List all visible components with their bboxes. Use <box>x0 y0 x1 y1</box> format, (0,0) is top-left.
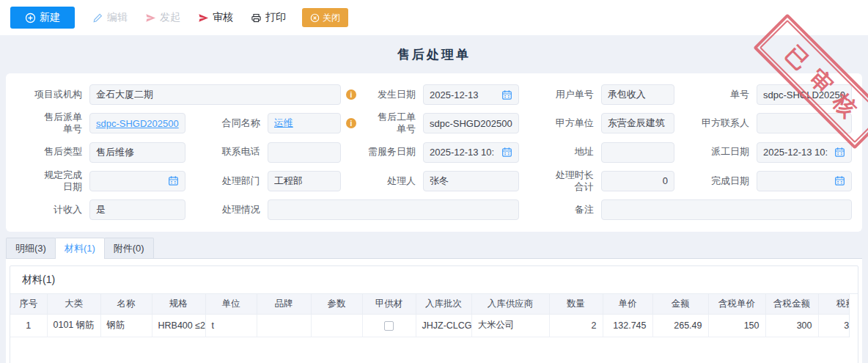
finish-date-label: 完成日期 <box>680 175 751 187</box>
col-header-qty: 数量 <box>549 294 603 314</box>
occur-date-input[interactable]: 2025-12-13 <box>423 84 519 105</box>
user-order-no-input[interactable]: 承包收入 <box>601 84 674 105</box>
handle-situation-field[interactable] <box>268 199 519 220</box>
audit-button[interactable]: 审核 <box>198 11 233 24</box>
need-service-date-label: 需服务日期 <box>347 146 417 158</box>
phone-input[interactable] <box>268 142 341 163</box>
calendar-icon[interactable] <box>501 147 512 158</box>
doc-no-input[interactable]: sdpc-SHCLD20250 <box>757 84 852 105</box>
cell-tax: 34.51 <box>818 314 850 337</box>
cell-inbound-batch: JHJZ-CLCG <box>416 314 471 337</box>
required-finish-date-field[interactable] <box>89 169 185 194</box>
contract-name-field[interactable]: 运维 i <box>268 111 341 136</box>
dispatch-date-field[interactable]: 2025-12-13 10: <box>757 142 852 163</box>
printer-icon <box>251 12 262 23</box>
duration-total-label: 处理时长 合计 <box>525 169 595 194</box>
duration-total-field[interactable]: 0 <box>601 169 674 194</box>
material-section-title: 材料(1) <box>10 266 858 293</box>
detail-tabs: 明细(3) 材料(1) 附件(0) <box>6 238 862 259</box>
count-income-input[interactable]: 是 <box>89 199 185 220</box>
remark-input[interactable] <box>601 199 852 220</box>
plus-circle-icon <box>25 12 36 23</box>
remark-field[interactable] <box>601 199 852 220</box>
new-button-label: 新建 <box>40 11 60 24</box>
print-button-label: 打印 <box>265 11 286 24</box>
project-input[interactable]: 金石大厦二期 <box>89 84 341 105</box>
work-order-no-field[interactable]: sdpc-SHGD202500 <box>423 111 519 136</box>
project-field[interactable]: 金石大厦二期 i <box>89 84 341 105</box>
tab-detail[interactable]: 明细(3) <box>6 238 56 258</box>
address-field[interactable] <box>601 142 674 163</box>
service-type-input[interactable]: 售后维修 <box>89 142 185 163</box>
occur-date-field[interactable]: 2025-12-13 <box>423 84 519 105</box>
initiate-button[interactable]: 发起 <box>145 11 180 24</box>
table-row[interactable]: 1 0101 钢筋 钢筋 HRB400 ≤2 t JHJZ-CLCG 大米公司 … <box>10 314 850 337</box>
finish-date-field[interactable] <box>757 169 852 194</box>
calendar-icon[interactable] <box>834 147 845 158</box>
required-finish-date-label: 规定完成 日期 <box>16 169 84 194</box>
print-button[interactable]: 打印 <box>251 11 286 24</box>
calendar-icon[interactable] <box>168 175 179 186</box>
material-tab-panel: 材料(1) 序号 大类 名称 规格 <box>6 259 862 363</box>
col-header-brand: 品牌 <box>257 294 311 314</box>
tab-attachment[interactable]: 附件(0) <box>104 238 154 258</box>
count-income-label: 计收入 <box>16 204 84 216</box>
count-income-field[interactable]: 是 <box>89 199 185 220</box>
party-a-contact-field[interactable] <box>757 111 852 136</box>
party-a-contact-label: 甲方联系人 <box>680 117 751 129</box>
doc-no-label: 单号 <box>680 89 751 100</box>
dispatch-order-no-field[interactable]: sdpc-SHGD202500 <box>89 111 185 136</box>
initiate-button-label: 发起 <box>160 11 180 24</box>
col-header-name: 名称 <box>100 294 152 314</box>
handler-field[interactable]: 张冬 <box>423 169 519 194</box>
handle-situation-input[interactable] <box>268 199 519 220</box>
work-order-no-input[interactable]: sdpc-SHGD202500 <box>423 113 519 133</box>
edit-button[interactable]: 编辑 <box>92 11 128 24</box>
party-a-unit-field[interactable]: 东营金辰建筑 <box>601 111 674 136</box>
address-input[interactable] <box>601 142 674 163</box>
service-type-field[interactable]: 售后维修 <box>89 142 185 163</box>
phone-label: 联系电话 <box>191 146 262 158</box>
handle-dept-field[interactable]: 工程部 <box>268 169 341 194</box>
cell-spec: HRB400 ≤2 <box>152 314 205 337</box>
user-order-no-field[interactable]: 承包收入 <box>601 84 674 105</box>
cell-price: 132.745 <box>603 314 652 337</box>
cell-param <box>311 314 362 337</box>
dispatch-order-no-link[interactable]: sdpc-SHGD202500 <box>96 118 179 129</box>
paper-plane-icon <box>198 12 209 23</box>
col-header-price: 单价 <box>603 294 652 314</box>
col-header-inbound-batch: 入库批次 <box>416 294 471 314</box>
order-form-card: 项目或机构 金石大厦二期 i 发生日期 2025-12-13 用户单号 承包收入… <box>6 73 862 232</box>
material-table-scroll[interactable]: 序号 大类 名称 规格 单位 品牌 参数 甲供材 入库批次 入库供应商 数量 单… <box>10 294 850 337</box>
party-a-unit-input[interactable]: 东营金辰建筑 <box>601 113 674 133</box>
finish-date-input[interactable] <box>757 171 852 191</box>
col-header-tax: 税额 <box>818 294 850 314</box>
doc-no-field[interactable]: sdpc-SHCLD20250 <box>757 84 852 105</box>
contract-name-input[interactable]: 运维 <box>268 113 341 133</box>
new-button[interactable]: 新建 <box>10 7 75 29</box>
dispatch-date-label: 派工日期 <box>680 146 751 158</box>
tab-material[interactable]: 材料(1) <box>55 238 105 258</box>
need-service-date-input[interactable]: 2025-12-13 10: <box>423 142 519 163</box>
x-circle-icon <box>310 13 320 23</box>
required-finish-date-input[interactable] <box>89 171 185 191</box>
col-header-a-supplied: 甲供材 <box>362 294 416 314</box>
cell-brand <box>257 314 311 337</box>
dispatch-order-no-input[interactable]: sdpc-SHGD202500 <box>89 113 185 133</box>
need-service-date-field[interactable]: 2025-12-13 10: <box>423 142 519 163</box>
toolbar: 新建 编辑 发起 审核 打印 关闭 <box>0 0 868 35</box>
duration-total-input[interactable]: 0 <box>601 171 674 191</box>
col-header-inbound-supplier: 入库供应商 <box>471 294 549 314</box>
phone-field[interactable] <box>268 142 341 163</box>
a-supplied-checkbox[interactable] <box>384 321 394 331</box>
calendar-icon[interactable] <box>501 89 512 100</box>
handler-input[interactable]: 张冬 <box>423 171 519 191</box>
handle-dept-input[interactable]: 工程部 <box>268 171 341 191</box>
cell-tax-price: 150 <box>708 314 765 337</box>
calendar-icon[interactable] <box>834 175 845 186</box>
dispatch-date-input[interactable]: 2025-12-13 10: <box>757 142 852 163</box>
contract-name-link[interactable]: 运维 <box>274 117 334 130</box>
handle-dept-label: 处理部门 <box>191 175 262 187</box>
party-a-contact-input[interactable] <box>757 113 852 133</box>
close-button[interactable]: 关闭 <box>302 8 348 27</box>
